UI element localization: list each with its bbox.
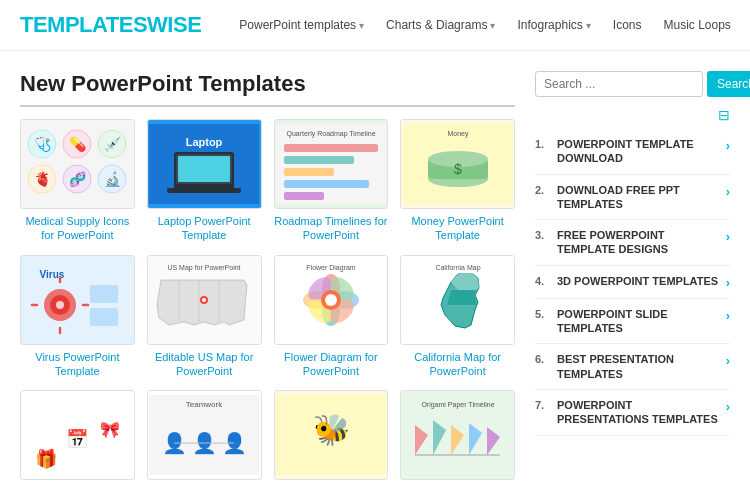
template-item-medical: 🩺 💊 💉 🫀 🧬 🔬 Medical Supply Icons for Pow… xyxy=(20,119,135,243)
template-thumb-california[interactable]: California Map xyxy=(400,255,515,345)
svg-text:🔬: 🔬 xyxy=(104,171,122,188)
svg-point-60 xyxy=(325,294,337,306)
template-item-flower: Flower Diagram F xyxy=(274,255,389,379)
template-thumb-teamwork[interactable]: Teamwork 👤 👤 👤 xyxy=(147,390,262,480)
sidebar-num-5: 5. xyxy=(535,307,551,320)
nav-powerpoint-templates[interactable]: PowerPoint templates ▾ xyxy=(231,14,372,36)
search-input[interactable] xyxy=(535,71,703,97)
template-thumb-medical[interactable]: 🩺 💊 💉 🫀 🧬 🔬 xyxy=(20,119,135,209)
logo-text-accent: WISE xyxy=(147,12,201,37)
sidebar-label-1: POWERPOINT TEMPLATE DOWNLOAD xyxy=(557,137,720,166)
template-link-california[interactable]: California Map for PowerPoint xyxy=(400,350,515,379)
template-thumb-flower[interactable]: Flower Diagram xyxy=(274,255,389,345)
sidebar-num-3: 3. xyxy=(535,228,551,241)
template-thumb-money[interactable]: Money $ xyxy=(400,119,515,209)
template-grid: 🩺 💊 💉 🫀 🧬 🔬 Medical Supply Icons for Pow… xyxy=(20,119,515,485)
sidebar-num-7: 7. xyxy=(535,398,551,411)
svg-rect-17 xyxy=(167,188,241,193)
svg-rect-22 xyxy=(284,168,334,176)
template-item-teamwork: Teamwork 👤 👤 👤 xyxy=(147,390,262,485)
svg-text:Money: Money xyxy=(447,130,469,138)
svg-rect-21 xyxy=(284,156,354,164)
nav-icons[interactable]: Icons xyxy=(605,14,650,36)
svg-text:🧬: 🧬 xyxy=(69,171,87,188)
nav-arrow-icon: ▾ xyxy=(359,20,364,31)
svg-text:🩺: 🩺 xyxy=(34,136,52,153)
sidebar-label-4: 3D POWERPOINT TEMPLATES xyxy=(557,274,720,288)
sidebar-arrow-6: › xyxy=(726,352,730,368)
svg-rect-41 xyxy=(90,308,118,326)
sidebar-arrow-5: › xyxy=(726,307,730,323)
template-link-usmap[interactable]: Editable US Map for PowerPoint xyxy=(147,350,262,379)
sidebar-item-5[interactable]: 5. POWERPOINT SLIDE TEMPLATES › xyxy=(535,299,730,345)
main-container: New PowerPoint Templates 🩺 💊 💉 🫀 xyxy=(0,51,750,500)
template-item-usmap: US Map for PowerPoint Editable US Map fo… xyxy=(147,255,262,379)
template-thumb-roadmap[interactable]: Quarterly Roadmap Timeline xyxy=(274,119,389,209)
template-link-virus[interactable]: Virus PowerPoint Template xyxy=(20,350,135,379)
search-button[interactable]: Search xyxy=(707,71,750,97)
logo-text-dark: TEMPLATES xyxy=(20,12,147,37)
sidebar-item-3[interactable]: 3. FREE POWERPOINT TEMPLATE DESIGNS › xyxy=(535,220,730,266)
svg-rect-24 xyxy=(284,192,324,200)
sidebar-label-5: POWERPOINT SLIDE TEMPLATES xyxy=(557,307,720,336)
search-row: Search xyxy=(535,71,730,97)
svg-text:🐝: 🐝 xyxy=(312,412,350,448)
template-link-money[interactable]: Money PowerPoint Template xyxy=(400,214,515,243)
nav-arrow-icon-2: ▾ xyxy=(490,20,495,31)
sidebar-label-3: FREE POWERPOINT TEMPLATE DESIGNS xyxy=(557,228,720,257)
nav-infographics[interactable]: Infographics ▾ xyxy=(509,14,598,36)
template-thumb-usmap[interactable]: US Map for PowerPoint xyxy=(147,255,262,345)
svg-text:💊: 💊 xyxy=(69,136,87,153)
svg-text:💉: 💉 xyxy=(104,136,122,153)
svg-text:Teamwork: Teamwork xyxy=(186,400,223,409)
template-link-laptop[interactable]: Laptop PowerPoint Template xyxy=(147,214,262,243)
sidebar-item-7[interactable]: 7. POWERPOINT PRESENTATIONS TEMPLATES › xyxy=(535,390,730,436)
sidebar-arrow-3: › xyxy=(726,228,730,244)
sidebar-num-1: 1. xyxy=(535,137,551,150)
svg-text:🎀: 🎀 xyxy=(100,420,120,439)
nav-arrow-icon-3: ▾ xyxy=(586,20,591,31)
sidebar: Search ⊟ 1. POWERPOINT TEMPLATE DOWNLOAD… xyxy=(535,71,730,485)
site-header: TEMPLATESWISE PowerPoint templates ▾ Cha… xyxy=(0,0,750,51)
template-thumb-laptop[interactable]: Laptop xyxy=(147,119,262,209)
svg-text:California Map: California Map xyxy=(435,264,480,272)
template-item-gift: 🎁 📅 🎀 xyxy=(20,390,135,485)
svg-text:Quarterly Roadmap Timeline: Quarterly Roadmap Timeline xyxy=(286,130,375,138)
site-logo[interactable]: TEMPLATESWISE xyxy=(20,12,201,38)
sidebar-arrow-1: › xyxy=(726,137,730,153)
sidebar-num-6: 6. xyxy=(535,352,551,365)
page-title: New PowerPoint Templates xyxy=(20,71,515,107)
svg-text:Laptop: Laptop xyxy=(186,136,223,148)
sidebar-label-2: DOWNLOAD FREE PPT TEMPLATES xyxy=(557,183,720,212)
sidebar-list: 1. POWERPOINT TEMPLATE DOWNLOAD › 2. DOW… xyxy=(535,129,730,436)
template-link-flower[interactable]: Flower Diagram for PowerPoint xyxy=(274,350,389,379)
sidebar-label-7: POWERPOINT PRESENTATIONS TEMPLATES xyxy=(557,398,720,427)
template-link-medical[interactable]: Medical Supply Icons for PowerPoint xyxy=(20,214,135,243)
sidebar-arrow-4: › xyxy=(726,274,730,290)
template-item-california: California Map California Map for PowerP… xyxy=(400,255,515,379)
nav-music-loops[interactable]: Music Loops xyxy=(656,14,739,36)
main-nav: PowerPoint templates ▾ Charts & Diagrams… xyxy=(231,14,739,36)
template-item-bee: 🐝 xyxy=(274,390,389,485)
template-item-money: Money $ Money PowerPoint Template xyxy=(400,119,515,243)
sidebar-item-6[interactable]: 6. BEST PRESENTATION TEMPLATES › xyxy=(535,344,730,390)
svg-rect-23 xyxy=(284,180,369,188)
sidebar-item-4[interactable]: 4. 3D POWERPOINT TEMPLATES › xyxy=(535,266,730,299)
template-thumb-virus[interactable]: Virus xyxy=(20,255,135,345)
sidebar-item-2[interactable]: 2. DOWNLOAD FREE PPT TEMPLATES › xyxy=(535,175,730,221)
svg-text:$: $ xyxy=(454,161,462,177)
sidebar-item-1[interactable]: 1. POWERPOINT TEMPLATE DOWNLOAD › xyxy=(535,129,730,175)
filter-icon[interactable]: ⊟ xyxy=(535,107,730,123)
svg-rect-40 xyxy=(90,285,118,303)
template-thumb-gift[interactable]: 🎁 📅 🎀 xyxy=(20,390,135,480)
svg-point-39 xyxy=(56,301,64,309)
svg-rect-16 xyxy=(178,156,230,182)
template-thumb-origami[interactable]: Origami Paper Timeline xyxy=(400,390,515,480)
template-thumb-bee[interactable]: 🐝 xyxy=(274,390,389,480)
template-link-roadmap[interactable]: Roadmap Timelines for PowerPoint xyxy=(274,214,389,243)
sidebar-arrow-2: › xyxy=(726,183,730,199)
svg-text:US Map for PowerPoint: US Map for PowerPoint xyxy=(168,264,241,272)
nav-charts-diagrams[interactable]: Charts & Diagrams ▾ xyxy=(378,14,503,36)
sidebar-num-2: 2. xyxy=(535,183,551,196)
svg-text:🫀: 🫀 xyxy=(34,171,52,188)
